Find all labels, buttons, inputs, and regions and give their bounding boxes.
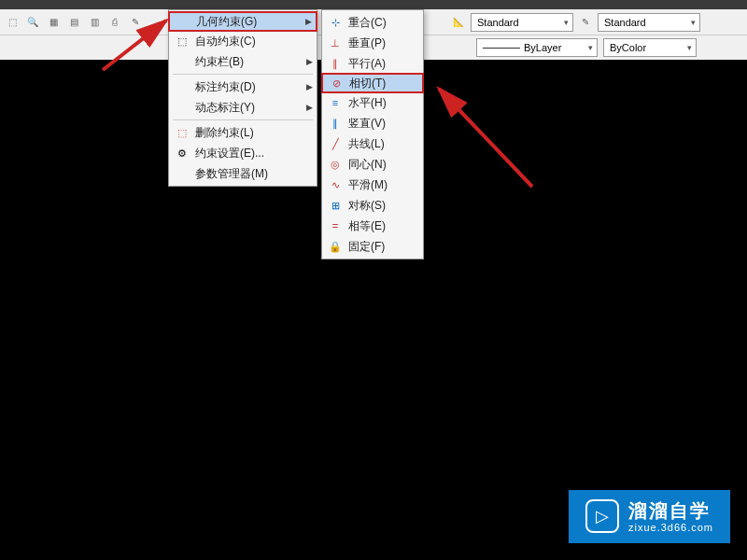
- menu-label: 动态标注(Y): [195, 100, 300, 116]
- menu-item-dynamic[interactable]: 动态标注(Y) ▶: [169, 97, 317, 118]
- chevron-right-icon: ▶: [305, 17, 312, 26]
- linetype-combo[interactable]: ByLayer: [476, 38, 598, 57]
- blank-icon: [173, 54, 191, 69]
- menu-item-settings[interactable]: ⚙ 约束设置(E)...: [169, 143, 317, 163]
- chevron-right-icon: ▶: [306, 57, 313, 66]
- chevron-right-icon: ▶: [306, 82, 313, 91]
- submenu-item-symmetric[interactable]: ⊞ 对称(S): [322, 195, 423, 216]
- menu-label: 相切(T): [349, 76, 405, 91]
- tool-icon[interactable]: ✎: [127, 14, 144, 31]
- menu-label: 同心(N): [348, 157, 406, 173]
- menu-label: 相等(E): [348, 218, 406, 234]
- watermark-url: zixue.3d66.com: [628, 522, 713, 534]
- submenu-item-horizontal[interactable]: ≡ 水平(H): [322, 92, 423, 113]
- delete-constraint-icon: ⬚: [173, 125, 191, 140]
- submenu-item-collinear[interactable]: ╱ 共线(L): [322, 133, 423, 154]
- menu-item-param-manager[interactable]: 参数管理器(M): [169, 163, 317, 184]
- menu-label: 自动约束(C): [195, 34, 300, 49]
- menu-label: 固定(F): [348, 239, 406, 255]
- horizontal-icon: ≡: [326, 95, 345, 110]
- blank-icon: [173, 79, 191, 94]
- combo-value: Standard: [604, 17, 646, 28]
- concentric-icon: ◎: [326, 157, 345, 172]
- tool-icon[interactable]: 🔍: [24, 14, 41, 31]
- menu-label: 对称(S): [348, 198, 406, 214]
- submenu-item-tangent[interactable]: ⊘ 相切(T): [321, 73, 424, 93]
- color-combo[interactable]: ByColor: [603, 38, 697, 57]
- collinear-icon: ╱: [326, 136, 345, 151]
- tool-icon[interactable]: ▤: [65, 14, 82, 31]
- parallel-icon: ∥: [326, 56, 345, 71]
- menu-label: 几何约束(G): [196, 14, 299, 30]
- menu-label: 约束设置(E)...: [195, 146, 300, 161]
- tool-icon[interactable]: ⎙: [106, 14, 123, 31]
- menu-label: 参数管理器(M): [195, 166, 300, 182]
- menu-label: 水平(H): [348, 95, 406, 111]
- submenu-item-equal[interactable]: = 相等(E): [322, 216, 423, 236]
- auto-constraint-icon: ⬚: [173, 34, 191, 49]
- submenu-item-vertical[interactable]: ∥ 竖直(V): [322, 113, 423, 133]
- menu-item-dimensional[interactable]: 标注约束(D) ▶: [169, 77, 317, 97]
- combo-value: ByColor: [610, 42, 646, 53]
- submenu-item-coincident[interactable]: ⊹ 重合(C): [322, 12, 423, 33]
- menu-label: 删除约束(L): [195, 125, 300, 141]
- play-icon: ▷: [585, 499, 619, 533]
- menu-label: 平滑(M): [348, 177, 406, 193]
- menu-label: 垂直(P): [348, 35, 406, 51]
- constraint-menu: 几何约束(G) ▶ ⬚ 自动约束(C) 约束栏(B) ▶ 标注约束(D) ▶ 动…: [168, 9, 317, 187]
- coincident-icon: ⊹: [326, 15, 345, 30]
- vertical-icon: ∥: [326, 116, 345, 131]
- blank-icon: [174, 14, 192, 29]
- menu-separator: [173, 74, 313, 75]
- blank-icon: [173, 100, 191, 115]
- watermark: ▷ 溜溜自学 zixue.3d66.com: [569, 490, 730, 543]
- perpendicular-icon: ⊥: [326, 35, 345, 50]
- watermark-title: 溜溜自学: [628, 499, 713, 522]
- smooth-icon: ∿: [326, 177, 345, 192]
- style-combo-2[interactable]: Standard: [598, 13, 700, 32]
- submenu-item-concentric[interactable]: ◎ 同心(N): [322, 154, 423, 175]
- title-bar: [0, 0, 747, 9]
- tool-icon[interactable]: ▥: [86, 14, 103, 31]
- menu-label: 共线(L): [348, 136, 406, 152]
- menu-separator: [173, 119, 313, 120]
- equal-icon: =: [326, 218, 345, 233]
- menu-label: 平行(A): [348, 56, 406, 72]
- menu-label: 约束栏(B): [195, 54, 300, 70]
- menu-label: 标注约束(D): [195, 79, 300, 95]
- menu-item-constraint-bar[interactable]: 约束栏(B) ▶: [169, 51, 317, 72]
- chevron-right-icon: ▶: [306, 103, 313, 112]
- combo-value: ByLayer: [524, 42, 561, 53]
- symmetric-icon: ⊞: [326, 198, 345, 213]
- geometric-submenu: ⊹ 重合(C) ⊥ 垂直(P) ∥ 平行(A) ⊘ 相切(T) ≡ 水平(H) …: [321, 9, 424, 259]
- submenu-item-perpendicular[interactable]: ⊥ 垂直(P): [322, 33, 423, 53]
- line-sample-icon: [483, 48, 520, 49]
- menu-label: 重合(C): [348, 15, 406, 31]
- combo-value: Standard: [477, 17, 519, 28]
- tangent-icon: ⊘: [327, 76, 345, 91]
- lock-icon: 🔒: [326, 239, 345, 254]
- blank-icon: [173, 166, 191, 181]
- tool-icon[interactable]: ▦: [45, 14, 62, 31]
- submenu-item-fix[interactable]: 🔒 固定(F): [322, 236, 423, 257]
- menu-item-geometric[interactable]: 几何约束(G) ▶: [168, 11, 317, 32]
- submenu-item-parallel[interactable]: ∥ 平行(A): [322, 53, 423, 74]
- menu-item-delete[interactable]: ⬚ 删除约束(L): [169, 122, 317, 143]
- menu-label: 竖直(V): [348, 116, 406, 132]
- tool-icon[interactable]: 📐: [450, 14, 467, 31]
- settings-icon: ⚙: [173, 146, 191, 161]
- style-combo-1[interactable]: Standard: [471, 13, 573, 32]
- tool-icon[interactable]: ⬚: [4, 14, 21, 31]
- submenu-item-smooth[interactable]: ∿ 平滑(M): [322, 175, 423, 195]
- menu-item-auto[interactable]: ⬚ 自动约束(C): [169, 31, 317, 51]
- tool-icon[interactable]: ✎: [577, 14, 594, 31]
